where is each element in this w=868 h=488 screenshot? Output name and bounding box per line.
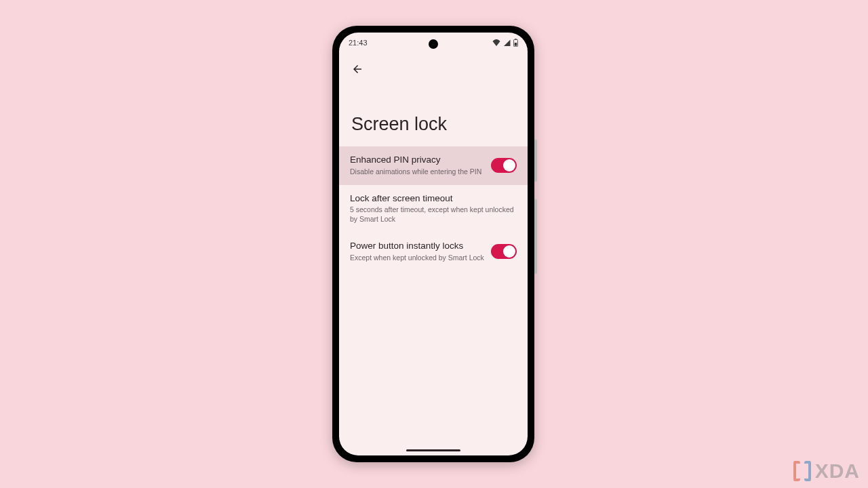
setting-title: Enhanced PIN privacy	[350, 155, 484, 166]
battery-icon	[513, 39, 518, 47]
app-bar	[339, 54, 528, 84]
status-time: 21:43	[349, 39, 368, 47]
toggle-knob	[503, 245, 515, 258]
setting-subtitle: 5 seconds after timeout, except when kep…	[350, 205, 517, 224]
setting-power-button-locks[interactable]: Power button instantly locks Except when…	[339, 232, 528, 271]
toggle-knob	[503, 159, 515, 171]
settings-list: Enhanced PIN privacy Disable animations …	[339, 146, 528, 270]
xda-logo-icon	[793, 461, 811, 481]
setting-subtitle: Except when kept unlocked by Smart Lock	[350, 253, 484, 263]
watermark: XDA	[793, 460, 860, 483]
arrow-back-icon	[351, 63, 363, 75]
setting-subtitle: Disable animations while entering the PI…	[350, 167, 484, 177]
toggle-enhanced-pin-privacy[interactable]	[491, 158, 517, 173]
screen: 21:43 Screen lock Enhanced PIN privacy D…	[339, 33, 528, 455]
svg-rect-1	[515, 39, 516, 39]
side-button-power	[534, 140, 537, 182]
page-title: Screen lock	[351, 114, 447, 135]
phone-frame: 21:43 Screen lock Enhanced PIN privacy D…	[332, 26, 534, 462]
setting-title: Power button instantly locks	[350, 241, 484, 252]
front-camera	[429, 39, 438, 49]
setting-title: Lock after screen timeout	[350, 193, 517, 205]
signal-icon	[503, 39, 511, 46]
status-indicators	[492, 39, 518, 47]
setting-enhanced-pin-privacy[interactable]: Enhanced PIN privacy Disable animations …	[339, 146, 528, 185]
back-button[interactable]	[347, 59, 368, 79]
watermark-text: XDA	[815, 460, 860, 483]
gesture-nav-bar[interactable]	[406, 449, 460, 451]
wifi-icon	[492, 39, 500, 46]
toggle-power-button-locks[interactable]	[491, 244, 517, 259]
setting-lock-after-timeout[interactable]: Lock after screen timeout 5 seconds afte…	[339, 185, 528, 232]
side-button-volume	[534, 199, 537, 274]
svg-rect-2	[515, 43, 517, 46]
